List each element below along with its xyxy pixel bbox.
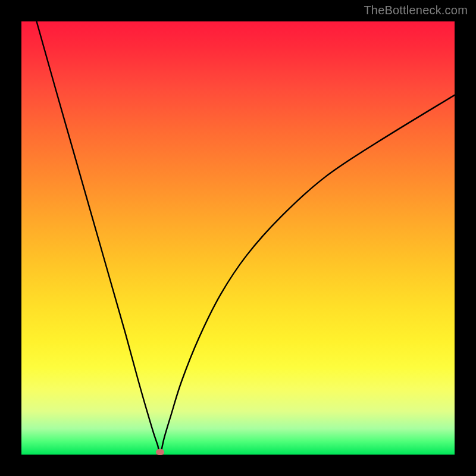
watermark-text: TheBottleneck.com [364,4,468,17]
plot-area [21,21,455,455]
chart-frame: TheBottleneck.com [0,0,476,476]
bottleneck-curve [21,21,455,455]
minimum-marker [156,449,164,455]
